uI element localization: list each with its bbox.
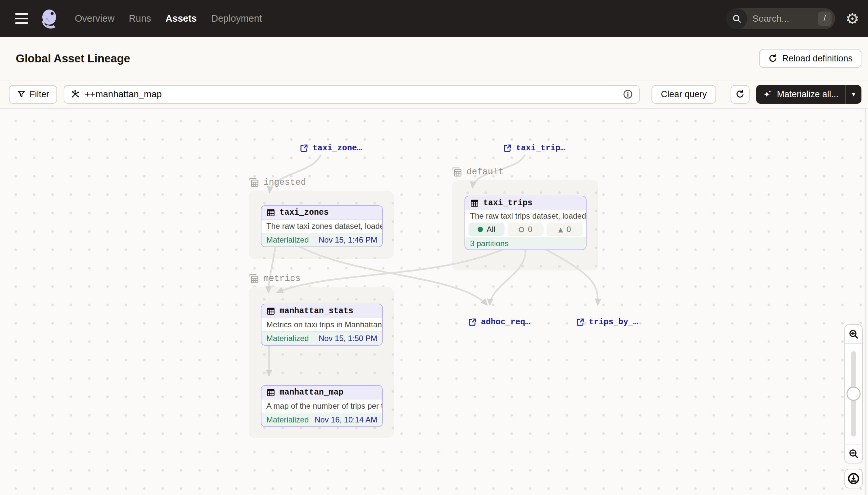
dagster-logo-icon[interactable] — [39, 8, 60, 29]
clear-query-label: Clear query — [661, 89, 707, 100]
asset-status-row: Materialized Nov 15, 1:46 PM — [262, 233, 382, 246]
zoom-slider-thumb[interactable] — [847, 387, 861, 401]
table-icon — [266, 307, 275, 315]
partitions-failed-pill[interactable]: 0 — [508, 223, 544, 236]
nav-item-deployment[interactable]: Deployment — [211, 13, 262, 24]
download-image-button[interactable] — [844, 469, 863, 489]
filter-button[interactable]: Filter — [9, 85, 57, 104]
table-icon — [470, 199, 479, 207]
op-selector-icon — [70, 89, 80, 99]
nav-item-assets[interactable]: Assets — [166, 13, 197, 24]
materialization-timestamp[interactable]: Nov 16, 10:14 AM — [315, 415, 377, 424]
asset-selection-input-box[interactable] — [64, 85, 640, 104]
asset-description: Metrics on taxi trips in Manhattan — [262, 318, 382, 331]
ring-icon — [519, 227, 524, 233]
external-asset-taxi-trip[interactable]: taxi_trip… — [503, 143, 565, 153]
group-label-ingested[interactable]: ingested — [249, 177, 306, 188]
partitions-footer[interactable]: 3 partitions — [465, 237, 586, 250]
materialization-timestamp[interactable]: Nov 15, 1:50 PM — [319, 334, 377, 343]
asset-node-manhattan-map[interactable]: manhattan_map A map of the number of tri… — [261, 385, 383, 427]
status-badge: Materialized — [266, 415, 309, 424]
partitions-all-label: All — [486, 225, 495, 234]
group-name: default — [466, 167, 503, 177]
materialized-dot-icon — [478, 227, 483, 232]
zoom-control — [844, 324, 863, 463]
partitions-failed-count: 0 — [528, 225, 532, 234]
reload-icon — [768, 53, 778, 63]
zoom-slider[interactable] — [845, 344, 862, 444]
gear-icon[interactable]: ⚙ — [846, 11, 859, 26]
partition-health-row: All 0 ▲ 0 — [465, 222, 586, 237]
table-icon — [266, 208, 275, 217]
asset-node-header: manhattan_map — [262, 386, 382, 399]
lineage-edges — [0, 109, 868, 495]
asset-node-header: taxi_zones — [262, 206, 382, 220]
clear-query-button[interactable]: Clear query — [652, 85, 716, 104]
search-input[interactable] — [752, 14, 818, 24]
reload-definitions-button[interactable]: Reload definitions — [759, 49, 862, 68]
asset-status-row: Materialized Nov 16, 10:14 AM — [262, 413, 382, 426]
partitions-count-label: 3 partitions — [470, 239, 509, 248]
materialize-all-button[interactable]: Materialize all... ▾ — [756, 85, 862, 104]
zoom-in-button[interactable] — [845, 325, 862, 344]
page-header: Global Asset Lineage Reload definitions — [0, 37, 868, 81]
sparkles-icon — [763, 89, 773, 99]
asset-description: The raw taxi trips dataset, loaded into … — [465, 210, 586, 222]
external-asset-adhoc-req[interactable]: adhoc_req… — [468, 318, 530, 327]
external-asset-label: trips_by_… — [589, 318, 638, 327]
external-asset-label: taxi_trip… — [516, 143, 565, 153]
materialize-all-main[interactable]: Materialize all... — [756, 89, 845, 100]
materialization-timestamp[interactable]: Nov 15, 1:46 PM — [319, 235, 377, 244]
hamburger-menu-icon[interactable] — [15, 13, 28, 24]
asset-group-icon — [249, 177, 259, 188]
reload-definitions-label: Reload definitions — [782, 53, 853, 64]
asset-node-manhattan-stats[interactable]: manhattan_stats Metrics on taxi trips in… — [261, 304, 383, 346]
status-badge: Materialized — [266, 235, 309, 244]
asset-node-header: taxi_trips — [465, 196, 586, 210]
chevron-down-icon[interactable]: ▾ — [846, 90, 862, 98]
asset-title: manhattan_map — [280, 388, 343, 397]
external-link-icon — [576, 318, 585, 327]
search-icon — [726, 8, 747, 29]
refresh-icon — [735, 89, 745, 99]
filter-funnel-icon — [17, 90, 26, 99]
external-link-icon — [503, 144, 512, 153]
table-icon — [266, 388, 275, 397]
group-name: metrics — [263, 274, 300, 284]
external-asset-label: taxi_zone… — [313, 143, 362, 153]
top-nav: Overview Runs Assets Deployment / ⚙ — [0, 0, 868, 37]
asset-node-taxi-trips[interactable]: taxi_trips The raw taxi trips dataset, l… — [464, 195, 587, 250]
partitions-missing-count: 0 — [567, 225, 571, 234]
nav-item-runs[interactable]: Runs — [129, 13, 151, 24]
refresh-graph-button[interactable] — [730, 85, 749, 104]
partitions-materialized-pill[interactable]: All — [468, 223, 504, 236]
external-asset-label: adhoc_req… — [481, 318, 530, 327]
group-label-default[interactable]: default — [452, 167, 503, 177]
asset-selection-input[interactable] — [85, 89, 618, 100]
asset-node-header: manhattan_stats — [262, 304, 382, 318]
partitions-missing-pill[interactable]: ▲ 0 — [547, 223, 583, 236]
canvas-scrollbar[interactable] — [865, 109, 866, 495]
page-title: Global Asset Lineage — [16, 52, 130, 65]
asset-group-icon — [452, 167, 462, 177]
group-label-metrics[interactable]: metrics — [249, 273, 300, 284]
nav-item-overview[interactable]: Overview — [75, 13, 114, 24]
search-shortcut-badge: / — [818, 12, 832, 26]
asset-description: The raw taxi zones dataset, loaded int..… — [262, 220, 382, 233]
download-icon — [847, 472, 860, 485]
asset-description: A map of the number of trips per taxi z.… — [262, 399, 382, 413]
zoom-in-icon — [848, 329, 859, 339]
lineage-canvas[interactable]: ingested default metrics taxi_zone… taxi… — [0, 109, 868, 495]
asset-title: manhattan_stats — [280, 306, 353, 316]
materialize-all-label: Materialize all... — [777, 89, 838, 100]
group-name: ingested — [263, 177, 306, 187]
zoom-out-icon — [848, 448, 859, 459]
zoom-out-button[interactable] — [845, 444, 862, 463]
global-search[interactable]: / — [726, 8, 835, 29]
info-icon[interactable] — [623, 89, 633, 100]
lineage-toolbar: Filter Clear query Materialize all... — [0, 81, 868, 109]
external-asset-trips-by[interactable]: trips_by_… — [576, 318, 638, 327]
asset-node-taxi-zones[interactable]: taxi_zones The raw taxi zones dataset, l… — [261, 205, 383, 247]
external-asset-taxi-zone[interactable]: taxi_zone… — [300, 143, 362, 153]
nav-links: Overview Runs Assets Deployment — [75, 13, 262, 24]
